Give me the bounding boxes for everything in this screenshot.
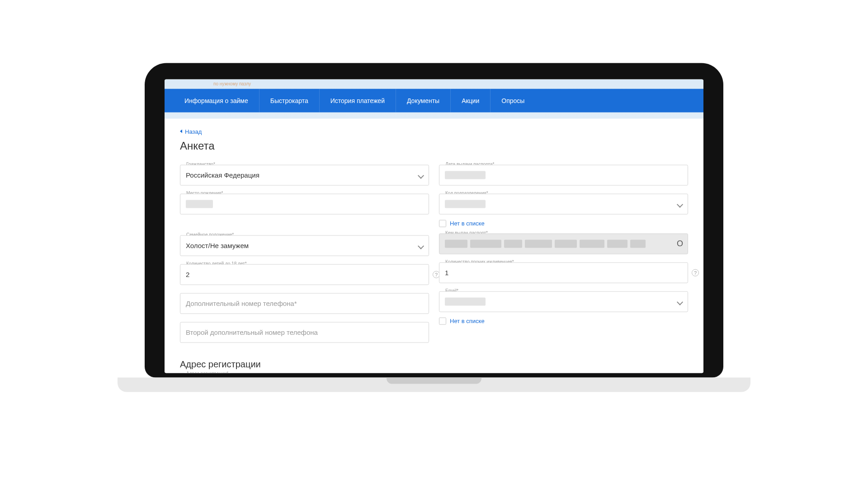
- phone2-placeholder: Дополнительный номер телефона*: [186, 300, 297, 307]
- back-link-label: Назад: [185, 128, 202, 135]
- redacted-value: [504, 239, 522, 248]
- phone3-input[interactable]: Второй дополнительный номер телефона: [180, 322, 429, 343]
- laptop-base: [118, 378, 750, 392]
- phone3-field: Второй дополнительный номер телефона: [180, 322, 429, 343]
- form-col-right: Дата выдачи паспорта* Код подразделения*: [439, 164, 688, 324]
- redacted-value: [580, 239, 604, 248]
- marital-field: Семейное положение* Холост/Не замужем: [180, 235, 429, 256]
- redacted-value: [630, 239, 646, 248]
- email-not-in-list-row: Нет в списке: [439, 317, 688, 324]
- email-field: Email*: [439, 291, 688, 312]
- children-field: Количество детей до 18 лет* 2 ?: [180, 264, 429, 285]
- marital-value: Холост/Не замужем: [186, 242, 249, 249]
- registration-section-title: Адрес регистрации: [180, 359, 688, 369]
- dept-not-in-list-label[interactable]: Нет в списке: [450, 220, 485, 227]
- nav-quickcard[interactable]: Быстрокарта: [259, 89, 320, 113]
- citizenship-value: Российская Федерация: [186, 171, 259, 179]
- reg-address-label: Адрес регистрации*: [184, 371, 230, 373]
- laptop-body: по нужному пазлу Информация о займе Быст…: [145, 63, 723, 378]
- email-not-in-list-label[interactable]: Нет в списке: [450, 318, 485, 324]
- content-panel: Назад Анкета Гражданство* Российская Фед…: [165, 119, 703, 373]
- issued-by-input[interactable]: О: [439, 233, 688, 254]
- phone2-field: Дополнительный номер телефона*: [180, 293, 429, 314]
- chevron-down-icon: [419, 173, 423, 178]
- passport-date-field: Дата выдачи паспорта*: [439, 164, 688, 185]
- dependents-field: Количество прочих иждивенцев* 1 ?: [439, 262, 688, 283]
- redacted-value: [555, 239, 577, 248]
- help-icon[interactable]: ?: [692, 269, 699, 276]
- form-col-left: Гражданство* Российская Федерация Место …: [180, 164, 429, 343]
- redacted-value: [445, 297, 486, 305]
- redacted-value: [186, 200, 213, 208]
- citizenship-field: Гражданство* Российская Федерация: [180, 164, 429, 185]
- app-viewport: по нужному пазлу Информация о займе Быст…: [165, 80, 703, 373]
- children-value: 2: [186, 271, 189, 278]
- nav-loan-info[interactable]: Информация о займе: [174, 89, 259, 113]
- laptop-mockup: по нужному пазлу Информация о займе Быст…: [145, 63, 723, 392]
- chevron-left-icon: [180, 130, 182, 133]
- citizenship-select[interactable]: Российская Федерация: [180, 164, 429, 185]
- laptop-screen: по нужному пазлу Информация о займе Быст…: [165, 80, 703, 373]
- dependents-value: 1: [445, 269, 448, 277]
- issued-by-field: Кем выдан паспорт*: [439, 233, 688, 254]
- redacted-value: [525, 239, 552, 248]
- phone2-input[interactable]: Дополнительный номер телефона*: [180, 293, 429, 314]
- nav-promotions[interactable]: Акции: [451, 89, 491, 113]
- redacted-value: [445, 239, 467, 248]
- nav-surveys[interactable]: Опросы: [491, 89, 535, 113]
- email-select[interactable]: [439, 291, 688, 312]
- main-nav: Информация о займе Быстрокарта История п…: [165, 89, 703, 113]
- redacted-value: [607, 239, 627, 248]
- nav-payment-history[interactable]: История платежей: [320, 89, 396, 113]
- tagline-text: по нужному пазлу: [165, 80, 703, 89]
- birthplace-input[interactable]: [180, 193, 429, 214]
- redacted-value: [445, 200, 486, 208]
- dept-not-in-list-checkbox[interactable]: [439, 220, 446, 227]
- issued-by-suffix: О: [677, 239, 683, 249]
- marital-select[interactable]: Холост/Не замужем: [180, 235, 429, 256]
- chevron-down-icon: [678, 202, 682, 206]
- dept-not-in-list-row: Нет в списке: [439, 220, 688, 227]
- dependents-input[interactable]: 1: [439, 262, 688, 283]
- chevron-down-icon: [678, 300, 682, 304]
- back-link[interactable]: Назад: [180, 128, 202, 135]
- form-grid: Гражданство* Российская Федерация Место …: [180, 164, 688, 343]
- dept-code-select[interactable]: [439, 193, 688, 214]
- page-title: Анкета: [180, 139, 688, 152]
- phone3-placeholder: Второй дополнительный номер телефона: [186, 328, 318, 336]
- email-not-in-list-checkbox[interactable]: [439, 317, 446, 324]
- chevron-down-icon: [419, 244, 423, 248]
- laptop-notch: [387, 378, 481, 384]
- passport-date-input[interactable]: [439, 164, 688, 185]
- redacted-value: [470, 239, 502, 248]
- redacted-value: [445, 171, 486, 179]
- children-input[interactable]: 2: [180, 264, 429, 285]
- dept-code-field: Код подразделения*: [439, 193, 688, 214]
- nav-documents[interactable]: Документы: [396, 89, 451, 113]
- birthplace-field: Место рождения*: [180, 193, 429, 214]
